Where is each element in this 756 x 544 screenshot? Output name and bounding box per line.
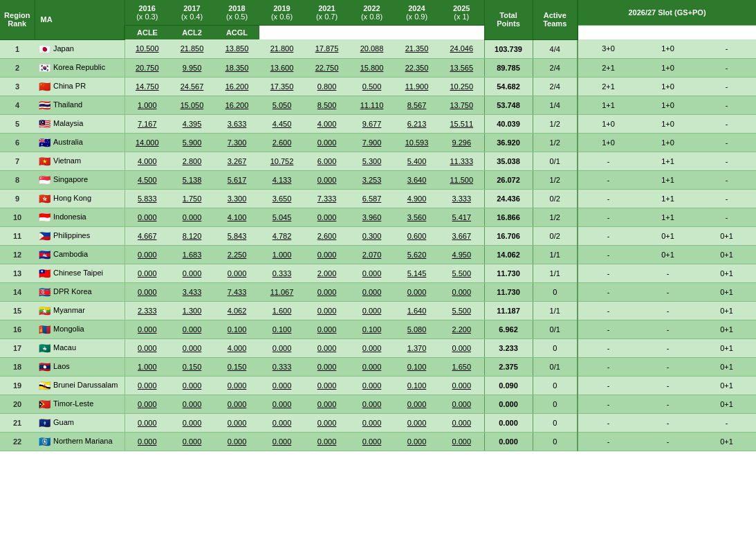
flag-icon: 🇦🇺 xyxy=(39,137,50,148)
data-cell-y2021: 0.000 xyxy=(304,208,349,226)
slot-cell-acl2: 1+1 xyxy=(638,152,697,170)
data-cell-y2019: 0.000 xyxy=(259,413,304,432)
slot-cell-acl2: - xyxy=(638,282,697,301)
data-cell-y2017: 0.000 xyxy=(169,338,214,357)
table-row: 22 🇲🇵Northern Mariana 0.0000.0000.0000.0… xyxy=(0,432,756,451)
table-row: 13 🇹🇼Chinese Taipei 0.0000.0000.0000.333… xyxy=(0,264,756,282)
flag-icon: 🇹🇼 xyxy=(39,268,50,279)
ma-cell: 🇱🇦Laos xyxy=(35,357,125,376)
flag-icon: 🇯🇵 xyxy=(39,44,50,55)
data-cell-y2017: 21.850 xyxy=(169,39,214,58)
flag-icon: 🇲🇾 xyxy=(39,118,50,129)
data-cell-y2022: 0.000 xyxy=(349,264,394,282)
data-cell-y2021: 8.500 xyxy=(304,96,349,114)
total-cell: 0.000 xyxy=(484,413,533,432)
ma-cell: 🇭🇰Hong Kong xyxy=(35,189,125,208)
slot-cell-acgl: - xyxy=(697,152,756,170)
data-cell-y2024: 0.100 xyxy=(394,357,439,376)
data-cell-y2019: 0.000 xyxy=(259,376,304,395)
total-cell: 14.062 xyxy=(484,245,533,264)
data-cell-y2019: 10.752 xyxy=(259,152,304,170)
data-cell-y2022: 0.300 xyxy=(349,226,394,245)
data-cell-y2025: 10.250 xyxy=(439,77,484,96)
slot-cell-acl2: 0+1 xyxy=(638,245,697,264)
data-cell-y2025: 0.000 xyxy=(439,432,484,451)
rank-cell: 17 xyxy=(0,338,35,357)
total-cell: 16.706 xyxy=(484,226,533,245)
rank-cell: 22 xyxy=(0,432,35,451)
slot-cell-acgl: 0+1 xyxy=(697,264,756,282)
data-cell-y2017: 1.683 xyxy=(169,245,214,264)
data-cell-y2018: 3.267 xyxy=(214,152,259,170)
data-cell-y2017: 4.395 xyxy=(169,114,214,133)
total-cell: 26.072 xyxy=(484,170,533,189)
col-header-acl2-sub: ACL2 xyxy=(169,26,214,40)
data-cell-y2019: 4.782 xyxy=(259,226,304,245)
slot-cell-acgl: - xyxy=(697,96,756,114)
data-cell-y2016: 20.750 xyxy=(125,58,169,77)
data-cell-y2019: 0.333 xyxy=(259,264,304,282)
data-cell-y2025: 1.650 xyxy=(439,357,484,376)
ma-cell: 🇨🇳China PR xyxy=(35,77,125,96)
data-cell-y2021: 0.000 xyxy=(304,357,349,376)
data-cell-y2024: 5.080 xyxy=(394,320,439,338)
data-cell-y2022: 0.100 xyxy=(349,320,394,338)
rank-cell: 8 xyxy=(0,170,35,189)
rank-cell: 11 xyxy=(0,226,35,245)
data-cell-y2017: 24.567 xyxy=(169,77,214,96)
data-cell-y2025: 5.500 xyxy=(439,264,484,282)
data-cell-y2022: 0.000 xyxy=(349,301,394,320)
data-cell-y2022: 2.070 xyxy=(349,245,394,264)
data-cell-y2017: 0.000 xyxy=(169,320,214,338)
col-header-acle-sub: ACLE xyxy=(125,26,169,40)
total-cell: 2.375 xyxy=(484,357,533,376)
rank-cell: 9 xyxy=(0,189,35,208)
col-header-slot: 2026/27 Slot (GS+PO) xyxy=(578,0,756,26)
data-cell-y2022: 0.000 xyxy=(349,395,394,413)
data-cell-y2024: 11.900 xyxy=(394,77,439,96)
data-cell-y2017: 1.750 xyxy=(169,189,214,208)
data-cell-y2022: 0.000 xyxy=(349,432,394,451)
col-header-ma: MA xyxy=(35,0,125,39)
col-header-2018: 2018(x 0.5) xyxy=(214,0,259,26)
data-cell-y2018: 4.100 xyxy=(214,208,259,226)
data-cell-y2016: 0.000 xyxy=(125,395,169,413)
active-cell: 0 xyxy=(533,395,578,413)
data-cell-y2016: 14.000 xyxy=(125,133,169,152)
data-cell-y2024: 3.560 xyxy=(394,208,439,226)
slot-cell-acl2: - xyxy=(638,432,697,451)
rank-cell: 7 xyxy=(0,152,35,170)
ma-cell: 🇰🇵DPR Korea xyxy=(35,282,125,301)
data-cell-y2018: 18.350 xyxy=(214,58,259,77)
active-cell: 4/4 xyxy=(533,39,578,58)
ma-cell: 🇲🇾Malaysia xyxy=(35,114,125,133)
data-cell-y2017: 0.000 xyxy=(169,264,214,282)
total-cell: 89.785 xyxy=(484,58,533,77)
active-cell: 0 xyxy=(533,338,578,357)
data-cell-y2025: 0.000 xyxy=(439,395,484,413)
flag-icon: 🇭🇰 xyxy=(39,193,50,204)
slot-cell-acgl: - xyxy=(697,39,756,58)
ma-cell: 🇦🇺Australia xyxy=(35,133,125,152)
total-cell: 53.748 xyxy=(484,96,533,114)
active-cell: 1/1 xyxy=(533,301,578,320)
data-cell-y2025: 5.500 xyxy=(439,301,484,320)
data-cell-y2022: 3.960 xyxy=(349,208,394,226)
active-cell: 1/2 xyxy=(533,170,578,189)
data-cell-y2022: 5.300 xyxy=(349,152,394,170)
rankings-table-container: RegionRank MA 2016(x 0.3) 2017(x 0.4) 20… xyxy=(0,0,756,451)
data-cell-y2017: 0.150 xyxy=(169,357,214,376)
data-cell-y2025: 3.333 xyxy=(439,189,484,208)
data-cell-y2017: 0.000 xyxy=(169,432,214,451)
slot-cell-acle: - xyxy=(578,170,638,189)
col-header-2017: 2017(x 0.4) xyxy=(169,0,214,26)
data-cell-y2021: 0.000 xyxy=(304,282,349,301)
data-cell-y2025: 13.565 xyxy=(439,58,484,77)
slot-cell-acgl: 0+1 xyxy=(697,301,756,320)
data-cell-y2018: 13.850 xyxy=(214,39,259,58)
slot-cell-acgl: - xyxy=(697,114,756,133)
total-cell: 0.000 xyxy=(484,432,533,451)
flag-icon: 🇰🇵 xyxy=(39,287,50,298)
total-cell: 6.962 xyxy=(484,320,533,338)
ma-cell: 🇹🇭Thailand xyxy=(35,96,125,114)
